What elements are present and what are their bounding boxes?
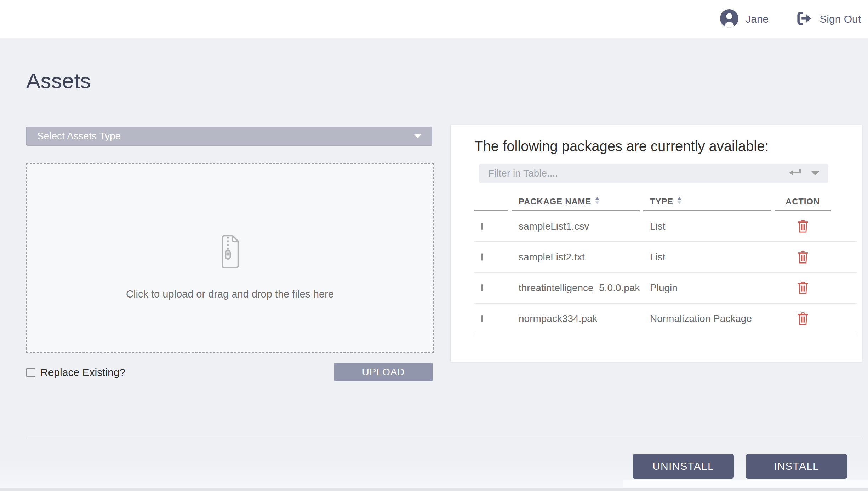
- bottom-divider: [26, 438, 861, 438]
- trash-icon: [797, 321, 809, 327]
- sort-arrows-icon[interactable]: [595, 197, 600, 207]
- header-package-name[interactable]: PACKAGE NAME: [512, 193, 640, 211]
- file-dropzone[interactable]: Click to upload or drag and drop the fil…: [26, 163, 434, 353]
- table-row: normpack334.pak Normalization Package: [474, 304, 857, 334]
- return-arrow-icon[interactable]: [789, 168, 801, 178]
- packages-card: The following packages are currently ava…: [451, 125, 862, 362]
- assets-type-select-label: Select Assets Type: [37, 131, 121, 142]
- delete-package-button[interactable]: [797, 281, 809, 295]
- row-checkbox[interactable]: [481, 253, 483, 261]
- trash-icon: [797, 260, 809, 265]
- header-type[interactable]: TYPE: [643, 193, 771, 211]
- footer-panel-edge: [623, 480, 868, 489]
- user-menu[interactable]: Jane: [720, 9, 769, 29]
- trash-icon: [797, 229, 809, 234]
- upload-button[interactable]: UPLOAD: [334, 363, 433, 381]
- package-name: sampleList2.txt: [512, 252, 640, 263]
- replace-existing-checkbox[interactable]: [26, 368, 35, 377]
- filter-bar: [479, 164, 828, 183]
- header-package-name-label: PACKAGE NAME: [519, 197, 591, 207]
- package-type: List: [643, 252, 771, 263]
- chevron-down-icon: [414, 134, 421, 138]
- package-type: List: [643, 221, 771, 232]
- filter-input[interactable]: [488, 168, 783, 179]
- header-checkbox-column: [474, 193, 508, 211]
- package-type: Normalization Package: [643, 313, 771, 324]
- top-bar: Jane Sign Out: [0, 0, 868, 38]
- header-action: ACTION: [775, 193, 831, 211]
- delete-package-button[interactable]: [797, 220, 809, 233]
- uninstall-button[interactable]: UNINSTALL: [633, 454, 734, 479]
- table-row: sampleList1.csv List: [474, 211, 857, 242]
- package-type: Plugin: [643, 282, 771, 294]
- packages-title: The following packages are currently ava…: [474, 138, 769, 154]
- sort-arrows-icon[interactable]: [677, 197, 682, 207]
- delete-package-button[interactable]: [797, 312, 809, 325]
- user-name: Jane: [746, 13, 769, 25]
- row-checkbox[interactable]: [481, 223, 483, 230]
- header-type-label: TYPE: [650, 197, 673, 207]
- package-name: normpack334.pak: [512, 313, 640, 324]
- assets-page: Jane Sign Out Assets Select Assets Type: [0, 0, 868, 491]
- row-checkbox[interactable]: [481, 284, 483, 291]
- zip-file-icon: [220, 234, 240, 271]
- assets-type-select[interactable]: Select Assets Type: [26, 127, 432, 146]
- user-icon: [720, 9, 738, 29]
- trash-icon: [797, 290, 809, 296]
- table-header: PACKAGE NAME TYPE: [474, 193, 857, 211]
- packages-table: PACKAGE NAME TYPE: [474, 193, 857, 334]
- replace-existing-row: Replace Existing?: [26, 366, 125, 379]
- header-action-label: ACTION: [786, 197, 820, 207]
- table-row: threatintelligence_5.0.0.pak Plugin: [474, 273, 857, 304]
- row-checkbox[interactable]: [481, 315, 483, 322]
- delete-package-button[interactable]: [797, 250, 809, 264]
- sign-out-icon: [795, 10, 812, 28]
- replace-existing-label: Replace Existing?: [40, 366, 125, 379]
- package-name: sampleList1.csv: [512, 221, 640, 232]
- sign-out-button[interactable]: Sign Out: [795, 10, 861, 28]
- package-name: threatintelligence_5.0.0.pak: [512, 282, 640, 294]
- page-title: Assets: [26, 69, 91, 93]
- chevron-down-icon[interactable]: [811, 171, 819, 175]
- table-row: sampleList2.txt List: [474, 242, 857, 273]
- install-button[interactable]: INSTALL: [746, 454, 847, 479]
- bottom-strip: [0, 488, 868, 491]
- sign-out-label: Sign Out: [820, 13, 861, 25]
- dropzone-text: Click to upload or drag and drop the fil…: [126, 288, 334, 300]
